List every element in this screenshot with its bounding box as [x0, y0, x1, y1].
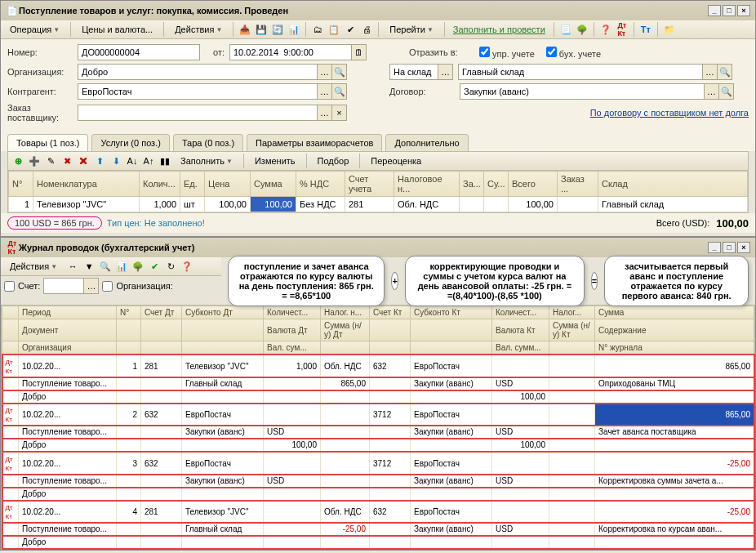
- grid-col-header[interactable]: Колич...: [140, 172, 180, 197]
- j-reload-icon[interactable]: ↻: [164, 260, 177, 273]
- org-open-button[interactable]: 🔍: [332, 64, 347, 80]
- number-input[interactable]: [78, 44, 200, 60]
- tab-settlement[interactable]: Параметры взаиморасчетов: [247, 134, 382, 151]
- journal-row[interactable]: Добро: [2, 488, 754, 501]
- journal-col-header[interactable]: [549, 341, 595, 355]
- journal-col-header[interactable]: [411, 341, 492, 355]
- reval-button[interactable]: Переоценка: [365, 154, 427, 168]
- grid-col-header[interactable]: Всего: [509, 172, 558, 197]
- refresh-icon[interactable]: 🔄: [271, 23, 284, 36]
- journal-col-header[interactable]: [117, 341, 141, 355]
- delete-row-icon[interactable]: ✖: [60, 154, 73, 167]
- grid-col-header[interactable]: % НДС: [296, 172, 345, 197]
- up-icon[interactable]: ⬆: [93, 154, 106, 167]
- no-debt-link[interactable]: По договору с поставщиком нет долга: [590, 108, 749, 118]
- filter-acct-button[interactable]: …: [84, 278, 99, 294]
- grid-col-header[interactable]: За...: [460, 172, 484, 197]
- filter-acct-input[interactable]: [43, 278, 84, 294]
- journal-row[interactable]: Добро: [2, 536, 754, 549]
- j-help-icon[interactable]: ❓: [180, 260, 193, 273]
- journal-col-header[interactable]: [182, 319, 264, 341]
- journal-col-header[interactable]: [370, 319, 411, 341]
- journal-row[interactable]: Добро100,00100,00: [2, 439, 754, 453]
- grid-col-header[interactable]: Цена: [205, 172, 251, 197]
- journal-grid[interactable]: ПериодN°Счет ДтСубконто ДтКоличест...Нал…: [2, 305, 754, 549]
- wh-type-button[interactable]: …: [438, 64, 453, 80]
- order-clear-button[interactable]: ×: [332, 105, 347, 121]
- down-icon[interactable]: ⬇: [109, 154, 122, 167]
- barcode-icon[interactable]: ▮▮: [158, 154, 171, 167]
- j-check-icon[interactable]: ✔: [148, 260, 161, 273]
- actions-menu[interactable]: Действия▼: [169, 22, 228, 37]
- tt-icon[interactable]: Тт: [639, 23, 652, 36]
- insert-row-icon[interactable]: ➕: [28, 154, 41, 167]
- goods-grid[interactable]: N°НоменклатураКолич...Ед.ЦенаСумма% НДСС…: [8, 171, 748, 212]
- chk-upr[interactable]: упр. учете: [479, 47, 535, 59]
- journal-col-header[interactable]: [2, 319, 19, 341]
- journal-col-header[interactable]: [141, 341, 182, 355]
- journal-row[interactable]: ДтКт10.02.20...1281Телевизор "JVC"1,000О…: [2, 355, 754, 377]
- dogovor-input[interactable]: [460, 83, 705, 100]
- fill-menu[interactable]: Заполнить▼: [175, 154, 238, 168]
- goto-menu[interactable]: Перейти▼: [384, 22, 439, 37]
- j-sheet-icon[interactable]: 📊: [115, 260, 128, 273]
- wh-input[interactable]: [458, 64, 703, 80]
- grid-col-header[interactable]: Счет учета: [345, 172, 394, 197]
- grid-col-header[interactable]: Номенклатура: [33, 172, 140, 197]
- filter-org[interactable]: Организация:: [102, 281, 172, 292]
- sheet-icon[interactable]: 📊: [287, 23, 300, 36]
- post-icon[interactable]: 📥: [238, 23, 251, 36]
- journal-maximize-button[interactable]: □: [723, 242, 736, 253]
- journal-row[interactable]: Поступление товаро...Закупки (аванс)USDЗ…: [2, 475, 754, 488]
- grid-col-header[interactable]: Склад: [598, 172, 748, 197]
- dogovor-open-button[interactable]: 🔍: [719, 83, 734, 100]
- grid-col-header[interactable]: Су...: [484, 172, 509, 197]
- print-icon[interactable]: 🖨: [360, 23, 373, 36]
- contr-select-button[interactable]: …: [318, 83, 332, 100]
- journal-col-header[interactable]: Валюта Кт: [492, 319, 549, 341]
- filter-acct[interactable]: Счет:: [4, 281, 40, 292]
- journal-col-header[interactable]: [321, 341, 370, 355]
- grid-col-header[interactable]: N°: [9, 172, 33, 197]
- tab-tare[interactable]: Тара (0 поз.): [173, 134, 243, 151]
- journal-col-header[interactable]: Сумма (н/у) Кт: [549, 319, 595, 341]
- contr-open-button[interactable]: 🔍: [332, 83, 347, 100]
- journal-col-header[interactable]: Период: [19, 306, 117, 319]
- tab-additional[interactable]: Дополнительно: [385, 134, 468, 151]
- journal-col-header[interactable]: N°: [117, 306, 141, 319]
- journal-row[interactable]: ДтКт10.02.20...4281Телевизор "JVC"Обл. Н…: [2, 501, 754, 523]
- check-icon[interactable]: ✔: [344, 23, 357, 36]
- journal-col-header[interactable]: [141, 319, 182, 341]
- wh-select-button[interactable]: …: [703, 64, 718, 80]
- add-row-icon[interactable]: ⊕: [11, 154, 24, 167]
- operation-menu[interactable]: Операция▼: [4, 22, 65, 37]
- j-tree-icon[interactable]: 🌳: [131, 260, 145, 273]
- journal-col-header[interactable]: [2, 341, 19, 355]
- j-refresh-icon[interactable]: ↔: [66, 260, 79, 273]
- tab-goods[interactable]: Товары (1 поз.): [7, 134, 88, 151]
- grid-col-header[interactable]: Налоговое н...: [394, 172, 460, 197]
- j-find-icon[interactable]: 🔍: [99, 260, 112, 273]
- order-input[interactable]: [78, 105, 318, 121]
- copy-icon[interactable]: 📋: [327, 23, 340, 36]
- wh-open-button[interactable]: 🔍: [718, 64, 732, 80]
- tree-icon[interactable]: 🌳: [576, 23, 589, 36]
- journal-actions-menu[interactable]: Действия▼: [4, 259, 63, 274]
- journal-col-header[interactable]: Валюта Дт: [264, 319, 321, 341]
- grid-col-header[interactable]: Заказ ...: [558, 172, 598, 197]
- dtkt-icon[interactable]: ДтКт: [616, 23, 629, 36]
- folder-icon[interactable]: 📁: [663, 23, 676, 36]
- journal-col-header[interactable]: [370, 341, 411, 355]
- order-select-button[interactable]: …: [318, 105, 332, 121]
- chk-buh[interactable]: бух. учете: [546, 47, 601, 59]
- journal-col-header[interactable]: [411, 319, 492, 341]
- contr-input[interactable]: [78, 83, 318, 100]
- journal-col-header[interactable]: [117, 319, 141, 341]
- journal-row[interactable]: ДтКт10.02.20...2632ЕвроПостач3712ЕвроПос…: [2, 404, 754, 426]
- select-button[interactable]: Подбор: [312, 154, 355, 168]
- journal-close-button[interactable]: ×: [737, 242, 750, 253]
- date-input[interactable]: [229, 44, 352, 60]
- dogovor-select-button[interactable]: …: [705, 83, 719, 100]
- clear-icon[interactable]: 🗙: [77, 154, 90, 167]
- grid-col-header[interactable]: Сумма: [251, 172, 296, 197]
